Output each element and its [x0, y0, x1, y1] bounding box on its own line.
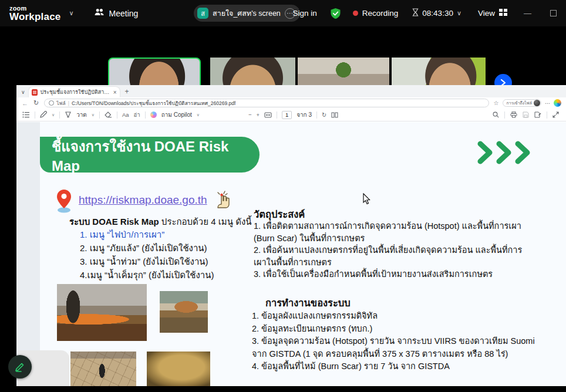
timer-value: 08:43:30: [422, 9, 453, 18]
copilot-chevron-icon[interactable]: ∨: [197, 113, 200, 117]
refresh-icon[interactable]: ↻: [33, 99, 39, 107]
slide-title-banner: ชี้แจงการใช้งาน DOAE Risk Map: [40, 137, 260, 173]
divider: [504, 111, 505, 119]
shared-browser-window: ∨ ประชุมชี้แจงการใช้ปฏิบัติสารสนเทศ_260.…: [16, 85, 566, 386]
objectives-list: 1. เพื่อติดตามสถานการณ์การเกิดจุดความร้อ…: [254, 220, 530, 281]
browser-menu-icon[interactable]: ⋯: [545, 100, 550, 106]
riskmap-link[interactable]: https://riskmap.doae.go.th: [79, 194, 207, 207]
menu-item: 4.เมนู “น้ำเค็มรุก” (ยังไม่เปิดใช้งาน): [80, 268, 214, 282]
pdf-page: ชี้แจงการใช้งาน DOAE Risk Map https://ri…: [40, 122, 566, 386]
workflow-line: 1. ข้อมูลผังแปลงเกษตรกรรมดิจิทัล: [252, 310, 535, 323]
divider: [117, 111, 117, 119]
tab-close-icon[interactable]: ×: [113, 89, 117, 96]
recording-indicator[interactable]: Recording: [353, 9, 399, 18]
save-as-icon[interactable]: [534, 110, 541, 120]
menu-item: 2. เมนู “ภัยแล้ง” (ยังไม่เปิดใช้งาน): [80, 241, 214, 255]
shared-screen-pill[interactable]: ส สายใจ_ศสท's screen ⋯: [194, 5, 300, 22]
copilot-icon[interactable]: [150, 111, 157, 118]
active-tab[interactable]: ประชุมชี้แจงการใช้ปฏิบัติสารสนเทศ_260...…: [29, 87, 120, 97]
map-pin-icon: [55, 189, 73, 216]
dry-grass-photo: [147, 352, 210, 386]
zoom-out-icon[interactable]: −: [248, 111, 252, 118]
browser-address-bar: ← ↻ ไฟล์ | C:/Users/TON/Downloads/ประชุม…: [16, 97, 566, 109]
menu-heading: ระบบ DOAE Risk Map ประกอบด้วย 4 เมนู ดัง…: [69, 215, 252, 229]
page-view-icon[interactable]: [331, 110, 338, 120]
meeting-tab[interactable]: Meeting: [94, 8, 139, 18]
new-tab-button[interactable]: +: [125, 87, 129, 96]
menu-item: 1. เมนู “ไฟป่า/การเผา”: [80, 228, 214, 241]
page-total-label: จาก 3: [297, 110, 312, 119]
print-icon[interactable]: [510, 110, 517, 120]
security-shield-icon[interactable]: [330, 8, 341, 19]
shared-screen-label: สายใจ_ศสท's screen: [213, 8, 281, 19]
page-info-icon[interactable]: [49, 100, 54, 106]
workflow-list: 1. ข้อมูลผังแปลงเกษตรกรรมดิจิทัล 2. ข้อม…: [252, 310, 535, 373]
logo-line-2: Workplace: [9, 12, 60, 22]
tab-search-chevron-icon[interactable]: ∨: [21, 89, 25, 95]
draw-chevron-icon[interactable]: ∨: [52, 113, 55, 117]
recording-label: Recording: [362, 9, 399, 18]
browser-profile-button[interactable]: การเข้าถึงไฟล์: [503, 99, 541, 107]
back-icon[interactable]: ←: [22, 100, 28, 107]
pdf-viewport[interactable]: ชี้แจงการใช้งาน DOAE Risk Map https://ri…: [16, 122, 566, 386]
page-number-input[interactable]: 1: [282, 111, 292, 119]
divider: [35, 111, 35, 119]
video-thumbnail-strip: สายใจ_ศสท สนง.กษอ.บ้านหมอ จ.สระ... สสก.1…: [0, 26, 566, 85]
browser-logo-icon[interactable]: [554, 99, 561, 107]
minimize-button[interactable]: —: [524, 9, 531, 18]
timer-chevron-icon: ∨: [457, 9, 461, 17]
click-hand-icon: [213, 190, 231, 214]
divider: [277, 111, 277, 119]
add-text-icon[interactable]: Aa: [122, 111, 129, 118]
browser-tab-strip: ∨ ประชุมชี้แจงการใช้ปฏิบัติสารสนเทศ_260.…: [16, 85, 566, 97]
slide-title: ชี้แจงการใช้งาน DOAE Risk Map: [52, 135, 260, 174]
fullscreen-icon[interactable]: [552, 110, 559, 120]
divider: [547, 111, 547, 119]
view-button[interactable]: View: [478, 9, 507, 18]
search-icon[interactable]: [493, 110, 499, 120]
draw-label[interactable]: วาด: [76, 110, 87, 119]
pdf-toolbar: ∨ วาด ∨ Aa อ่า ถาม Copilot ∨ − +: [16, 109, 566, 121]
highlight-chevron-icon[interactable]: ∨: [92, 113, 95, 117]
zoom-in-icon[interactable]: +: [257, 111, 260, 118]
workflow-heading: การทำงานของระบบ: [265, 295, 351, 310]
draw-pen-icon[interactable]: [40, 110, 47, 120]
recording-dot-icon: [353, 11, 358, 16]
workplace-dropdown-chevron-icon[interactable]: ∨: [69, 9, 73, 17]
maximize-button[interactable]: [550, 10, 557, 16]
read-aloud-icon[interactable]: อ่า: [134, 110, 140, 119]
divider: [145, 111, 146, 119]
view-label: View: [478, 9, 495, 18]
ask-copilot-label[interactable]: ถาม Copilot: [161, 110, 192, 119]
favorites-star-icon[interactable]: ☆: [494, 100, 499, 106]
menu-heading-rest: ประกอบด้วย 4 เมนู ดังนี้: [159, 217, 252, 227]
objective-line: 2. เพื่อค้นหาแปลงเกษตรกรที่อยู่ในพื้นที่…: [254, 244, 530, 268]
table-of-contents-icon[interactable]: [22, 110, 30, 120]
meeting-timer[interactable]: 08:43:30 ∨: [412, 8, 461, 18]
save-icon[interactable]: [523, 110, 529, 120]
sign-in-button[interactable]: Sign in: [293, 9, 317, 18]
rotate-icon[interactable]: ↻: [322, 111, 326, 118]
url-field[interactable]: ไฟล์ | C:/Users/TON/Downloads/ประชุมชี้แ…: [44, 99, 488, 107]
wildfire-photo: [57, 284, 147, 341]
objective-line: 1. เพื่อติดตามสถานการณ์การเกิดจุดความร้อ…: [254, 220, 530, 244]
annotate-pencil-button[interactable]: [8, 355, 32, 379]
grid-view-icon: [499, 9, 507, 18]
workflow-line: 3. ข้อมูลจุดความร้อน (Hotspot) รายวัน จา…: [252, 335, 535, 360]
fit-to-width-icon[interactable]: [264, 110, 272, 120]
hourglass-icon: [412, 8, 419, 18]
divider: [59, 111, 60, 119]
divider: [316, 111, 317, 119]
mouse-cursor: [363, 193, 371, 207]
profile-avatar: [534, 100, 540, 106]
workflow-line: 4. ข้อมูลพื้นที่ไหม้ (Burn Scar) ราย 7 ว…: [252, 360, 535, 373]
menu-heading-bold: ระบบ DOAE Risk Map: [69, 217, 159, 227]
participants-icon: [94, 8, 105, 18]
url-separator: |: [68, 100, 69, 106]
eraser-icon[interactable]: [105, 110, 112, 120]
zoom-titlebar: zoom Workplace ∨ Meeting ส สายใจ_ศสท's s…: [0, 0, 566, 26]
tab-title: ประชุมชี้แจงการใช้ปฏิบัติสารสนเทศ_260...: [41, 88, 110, 96]
menu-item: 3. เมนู “น้ำท่วม” (ยังไม่เปิดใช้งาน): [80, 255, 214, 268]
highlighter-icon[interactable]: [65, 110, 72, 120]
url-file-label: ไฟล์: [56, 99, 66, 107]
